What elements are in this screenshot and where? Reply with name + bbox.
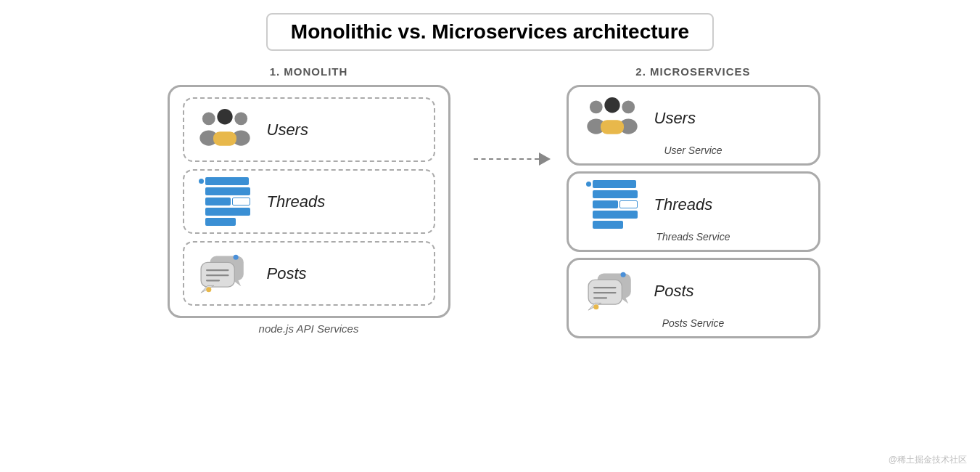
monolith-users-label: Users — [267, 121, 308, 139]
threads-icon-microservice — [583, 181, 641, 228]
posts-icon-monolith — [196, 250, 254, 297]
main-layout: 1. MONOLITH Users — [0, 65, 980, 344]
posts-service-caption: Posts Service — [662, 317, 725, 329]
page-title: Monolithic vs. Microservices architectur… — [266, 13, 714, 51]
user-service-card: Users User Service — [567, 85, 820, 166]
monolith-posts-label: Posts — [267, 264, 307, 283]
monolith-caption: node.js API Services — [259, 322, 359, 335]
svg-point-14 — [233, 255, 238, 260]
ms-posts-label: Posts — [654, 282, 694, 301]
posts-service-card: Posts Posts Service — [567, 258, 820, 338]
posts-icon-microservice — [583, 267, 641, 314]
monolith-threads-box: Threads — [183, 169, 435, 234]
monolith-label: 1. MONOLITH — [270, 65, 348, 78]
arrow-head-icon — [539, 152, 551, 166]
dashed-line — [474, 158, 539, 160]
monolith-threads-label: Threads — [267, 192, 326, 211]
svg-rect-20 — [601, 120, 624, 134]
threads-icon-monolith — [196, 178, 254, 225]
svg-point-4 — [217, 109, 232, 124]
microservices-section: 2. MICROSERVICES Users User Service — [559, 65, 828, 344]
monolith-outer-box: Users — [168, 85, 450, 318]
users-icon-microservice — [583, 94, 641, 142]
migration-arrow — [474, 152, 551, 166]
threads-service-caption: Threads Service — [656, 231, 730, 243]
svg-point-2 — [234, 113, 247, 126]
ms-users-label: Users — [654, 109, 696, 128]
arrow-area — [465, 152, 559, 166]
svg-point-17 — [622, 101, 635, 114]
user-service-caption: User Service — [664, 145, 722, 156]
monolith-users-box: Users — [183, 97, 435, 162]
svg-rect-5 — [213, 131, 236, 146]
monolith-section: 1. MONOLITH Users — [153, 65, 465, 335]
users-icon — [196, 106, 254, 153]
microservices-label: 2. MICROSERVICES — [635, 65, 750, 78]
svg-point-0 — [202, 113, 215, 126]
svg-point-29 — [620, 272, 625, 277]
svg-point-28 — [593, 304, 598, 309]
watermark: @稀土掘金技术社区 — [889, 454, 967, 466]
threads-service-card: Threads Threads Service — [567, 171, 820, 252]
svg-point-15 — [589, 101, 602, 114]
ms-threads-label: Threads — [654, 195, 713, 214]
svg-point-13 — [206, 287, 211, 292]
svg-point-19 — [604, 97, 619, 113]
monolith-posts-box: Posts — [183, 241, 435, 306]
